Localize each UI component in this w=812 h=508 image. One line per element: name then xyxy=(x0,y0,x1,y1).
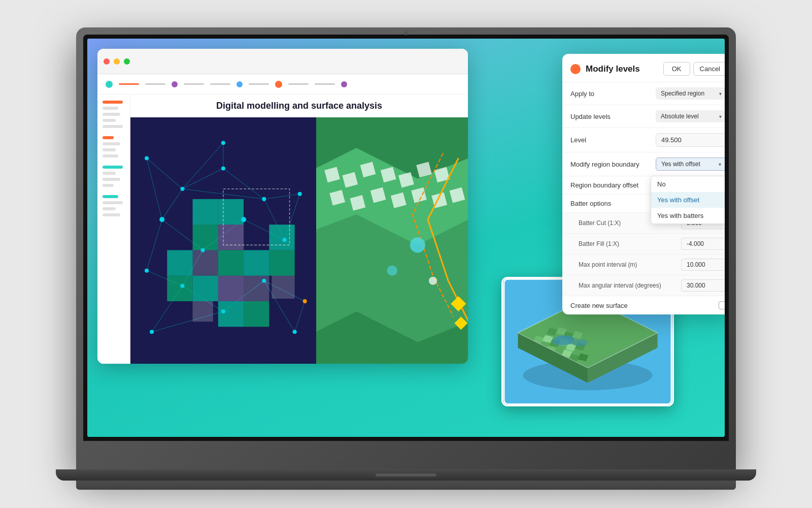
level-input[interactable]: 49.500 xyxy=(656,133,725,147)
svg-point-77 xyxy=(429,277,437,285)
update-levels-value: Absolute level xyxy=(661,113,699,120)
app-content: Digital modelling and surface analysis xyxy=(97,94,468,364)
dropdown-item-no[interactable]: No xyxy=(651,176,725,192)
legend-separator-1 xyxy=(119,83,139,85)
level-row: Level 49.500 xyxy=(562,128,725,152)
legend-dot-3 xyxy=(236,81,243,87)
update-levels-row: Update levels Absolute level ▾ xyxy=(562,105,725,128)
legend-dot-4 xyxy=(275,81,282,88)
region-boundary-label: Region boundary offset xyxy=(570,181,638,189)
sidebar-bar xyxy=(103,172,116,175)
modal-title-row: Modify levels xyxy=(570,64,640,74)
svg-point-50 xyxy=(283,238,287,242)
svg-rect-33 xyxy=(193,276,218,301)
terrain-viz xyxy=(316,117,468,364)
svg-rect-34 xyxy=(218,276,244,301)
sidebar-bar xyxy=(103,142,120,145)
svg-point-59 xyxy=(293,330,297,334)
svg-rect-25 xyxy=(218,199,244,225)
max-point-input[interactable]: 10.000 xyxy=(681,259,725,271)
legend-dot-2 xyxy=(172,81,178,87)
svg-rect-37 xyxy=(269,250,294,275)
svg-rect-31 xyxy=(244,250,269,275)
modify-region-dropdown: No Yes with offset Yes with batters xyxy=(651,176,725,224)
max-point-row: Max point interval (m) 10.000 xyxy=(562,255,725,275)
modify-region-value: Yes with offset xyxy=(661,161,700,168)
svg-point-49 xyxy=(241,217,246,222)
svg-rect-27 xyxy=(218,225,244,250)
modify-region-select[interactable]: Yes with offset ▾ xyxy=(656,157,725,171)
svg-point-48 xyxy=(201,248,205,252)
svg-rect-40 xyxy=(193,301,213,322)
batter-fill-input[interactable]: -4.000 xyxy=(681,238,725,250)
modal-body: Apply to Specified region ▾ Update level… xyxy=(562,82,725,314)
legend-separator-5 xyxy=(249,83,269,85)
left-sidebar xyxy=(97,94,130,364)
dropdown-item-yes-offset[interactable]: Yes with offset xyxy=(651,192,725,208)
batter-cut-label: Batter Cut (1:X) xyxy=(579,219,621,227)
create-surface-checkbox[interactable] xyxy=(719,301,725,309)
minimize-button[interactable] xyxy=(114,58,120,65)
cancel-button[interactable]: Cancel xyxy=(693,62,725,76)
svg-point-45 xyxy=(159,217,164,222)
update-levels-select[interactable]: Absolute level ▾ xyxy=(656,110,725,122)
sidebar-bar xyxy=(103,148,116,151)
svg-rect-39 xyxy=(244,301,269,327)
screen-bezel: Digital modelling and surface analysis xyxy=(83,35,729,441)
close-button[interactable] xyxy=(104,58,110,65)
update-levels-chevron: ▾ xyxy=(719,114,722,119)
svg-rect-32 xyxy=(167,276,192,301)
create-surface-row: Create new surface xyxy=(562,296,725,314)
dropdown-item-yes-batters[interactable]: Yes with batters xyxy=(651,208,725,224)
viz-area xyxy=(130,117,468,364)
screen: Digital modelling and surface analysis xyxy=(87,39,725,437)
svg-rect-41 xyxy=(272,276,294,299)
sidebar-bar xyxy=(103,201,123,204)
sidebar-bar xyxy=(103,184,114,187)
svg-rect-36 xyxy=(269,225,294,250)
legend-separator-3 xyxy=(184,83,204,85)
svg-line-1 xyxy=(162,189,182,219)
svg-point-52 xyxy=(221,309,225,313)
svg-rect-24 xyxy=(193,199,218,225)
sidebar-bar xyxy=(103,119,116,122)
apply-to-select[interactable]: Specified region ▾ xyxy=(656,87,725,100)
svg-point-76 xyxy=(387,266,397,276)
update-levels-label: Update levels xyxy=(570,113,611,120)
laptop-base xyxy=(56,469,756,481)
modal-buttons: OK Cancel xyxy=(663,62,725,76)
sidebar-bar xyxy=(103,213,120,216)
svg-line-19 xyxy=(182,143,223,188)
max-angular-label: Max angular interval (degrees) xyxy=(579,282,661,289)
sidebar-bar xyxy=(103,166,123,169)
max-angular-input[interactable]: 30.000 xyxy=(681,279,725,292)
legend-separator-4 xyxy=(210,83,230,85)
svg-line-23 xyxy=(295,301,305,332)
sidebar-bar xyxy=(103,136,114,139)
modify-levels-dialog: Modify levels OK Cancel Apply to Speci xyxy=(562,54,725,314)
sidebar-bar xyxy=(103,195,118,198)
batter-fill-label: Batter Fill (1:X) xyxy=(579,240,619,247)
apply-to-chevron: ▾ xyxy=(719,91,722,97)
laptop-camera xyxy=(404,31,408,35)
create-surface-label: Create new surface xyxy=(570,302,628,309)
legend-separator-2 xyxy=(145,83,165,85)
network-viz xyxy=(130,117,316,364)
ok-button[interactable]: OK xyxy=(663,62,690,76)
legend-dot-5 xyxy=(341,81,347,87)
svg-point-51 xyxy=(180,284,184,288)
svg-rect-29 xyxy=(193,250,218,275)
svg-line-2 xyxy=(147,158,162,219)
sidebar-bar xyxy=(103,125,123,128)
modal-icon xyxy=(570,64,581,74)
batter-options-label: Batter options xyxy=(570,200,611,207)
legend-separator-6 xyxy=(288,83,309,85)
apply-to-label: Apply to xyxy=(570,90,594,98)
svg-point-44 xyxy=(180,187,184,191)
max-point-label: Max point interval (m) xyxy=(579,261,637,268)
modal-header: Modify levels OK Cancel xyxy=(562,54,725,82)
sidebar-bar xyxy=(103,107,118,110)
sidebar-bar xyxy=(103,113,120,116)
viz-title: Digital modelling and surface analysis xyxy=(130,94,468,117)
maximize-button[interactable] xyxy=(124,58,130,65)
